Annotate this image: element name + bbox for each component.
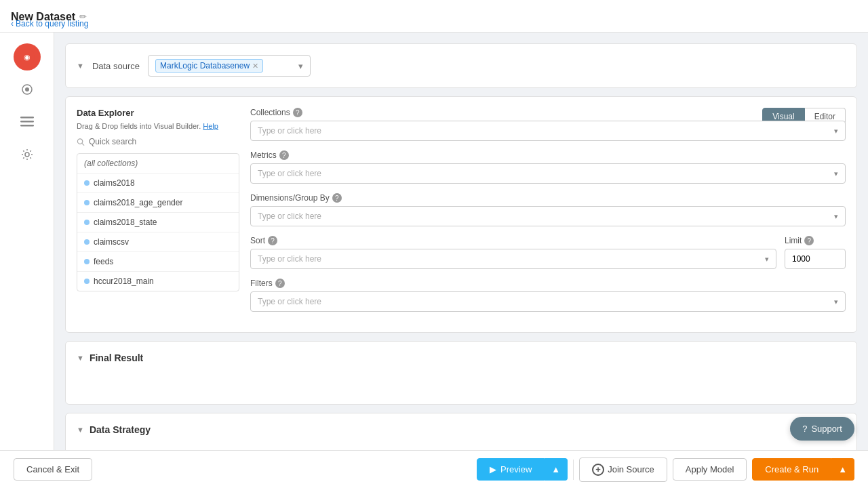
data-strategy-title: Data Strategy [90,424,151,435]
datasource-tag: MarkLogic Databasenew ✕ [155,59,263,73]
sidebar-database-icon[interactable]: ◉ [14,43,41,70]
apply-model-button[interactable]: Apply Model [673,458,747,481]
final-result-toggle[interactable]: ▼ [77,354,84,362]
dimensions-help-icon[interactable]: ? [332,193,342,203]
join-plus-icon: + [592,464,604,476]
filters-help-icon[interactable]: ? [275,279,285,288]
explorer-card: Visual Editor Data Explorer Drag & Drop … [65,96,857,333]
back-arrow-icon: ‹ [11,19,14,28]
collection-dot [84,200,90,205]
list-item[interactable]: claims2018_state [77,213,239,232]
collections-dropdown-arrow: ▾ [834,127,838,136]
collection-label: hccur2018_main [94,277,154,286]
limit-group: Limit ? [785,236,846,269]
quick-search-input[interactable] [89,137,239,146]
list-item[interactable]: feeds [77,252,239,272]
explorer-sidebar: Data Explorer Drag & Drop fields into Vi… [77,108,239,321]
metrics-label: Metrics ? [250,150,846,160]
limit-input[interactable] [785,249,846,269]
svg-rect-5 [20,121,34,123]
datasource-label: Data source [92,61,140,71]
dimensions-group: Dimensions/Group By ? Type or click here… [250,193,846,226]
final-result-content [77,373,846,393]
collection-dot [84,180,90,186]
sort-dropdown-arrow: ▾ [765,255,769,264]
collection-dot [84,279,90,284]
svg-point-8 [77,138,82,143]
list-item[interactable]: claims2018_age_gender [77,193,239,213]
form-area: Collections ? Type or click here ▾ Metri… [250,108,846,321]
dimensions-dropdown-arrow: ▾ [834,212,838,221]
collection-dot [84,239,90,245]
dimensions-label: Dimensions/Group By ? [250,193,846,203]
back-link[interactable]: ‹ Back to query listing [11,19,88,28]
play-icon: ▶ [490,464,496,474]
collection-dot [84,220,90,225]
bottom-bar: Cancel & Exit ▶ Preview ▲ + Join Source … [0,450,868,488]
sidebar-fields-icon[interactable] [14,108,41,136]
datasource-tag-close[interactable]: ✕ [252,62,258,70]
collections-help-icon[interactable]: ? [293,108,302,117]
top-bar: New Dataset ✏ ‹ Back to query listing [0,0,868,33]
support-icon: ? [802,424,807,434]
datasource-toggle[interactable]: ▼ [77,62,84,70]
collections-label: Collections ? [250,108,846,117]
datasource-select[interactable]: MarkLogic Databasenew ✕ ▾ [148,55,311,77]
create-run-toggle-button[interactable]: ▲ [831,458,854,481]
preview-button[interactable]: ▶ Preview [477,458,545,481]
preview-toggle-button[interactable]: ▲ [545,458,568,481]
final-result-card: ▼ Final Result [65,341,857,405]
metrics-group: Metrics ? Type or click here ▾ [250,150,846,184]
create-run-button[interactable]: Create & Run [752,458,831,481]
data-strategy-header: ▼ Data Strategy [77,424,846,435]
datasource-dropdown-arrow: ▾ [298,61,303,71]
collection-list: (all collections) claims2018 claims2018_… [77,153,239,291]
svg-rect-4 [20,117,34,119]
datasource-card: ▼ Data source MarkLogic Databasenew ✕ ▾ [65,43,857,88]
sort-select[interactable]: Type or click here ▾ [250,249,776,269]
filters-label: Filters ? [250,279,846,288]
filters-select[interactable]: Type or click here ▾ [250,291,846,312]
collection-label: claims2018_age_gender [94,198,182,207]
svg-rect-6 [20,125,34,127]
content-area: ▼ Data source MarkLogic Databasenew ✕ ▾ … [54,33,868,450]
collection-label: feeds [94,257,113,266]
collection-label: claims2018 [94,178,135,188]
data-strategy-card: ▼ Data Strategy [65,413,857,450]
collection-label: (all collections) [84,159,138,168]
limit-label: Limit ? [785,236,846,245]
svg-point-7 [25,152,29,157]
explorer-title: Data Explorer [77,108,239,118]
limit-help-icon[interactable]: ? [804,236,814,245]
svg-point-3 [25,87,29,92]
sort-group: Sort ? Type or click here ▾ [250,236,776,269]
left-sidebar: ◉ [0,33,54,450]
sort-help-icon[interactable]: ? [268,236,277,245]
separator-1 [573,460,574,480]
search-icon [77,138,85,146]
join-source-button[interactable]: + Join Source [579,458,667,482]
list-item[interactable]: hccur2018_main [77,272,239,291]
collection-dot [84,259,90,264]
support-button[interactable]: ? Support [790,417,854,441]
collections-select[interactable]: Type or click here ▾ [250,121,846,141]
preview-button-group: ▶ Preview ▲ [477,458,568,481]
metrics-help-icon[interactable]: ? [279,150,289,160]
sidebar-settings-icon[interactable] [14,141,41,168]
cancel-exit-button[interactable]: Cancel & Exit [14,458,92,481]
svg-line-9 [82,143,84,145]
dimensions-select[interactable]: Type or click here ▾ [250,206,846,226]
filters-dropdown-arrow: ▾ [834,298,838,306]
list-item[interactable]: claims2018 [77,174,239,193]
sort-label: Sort ? [250,236,776,245]
quick-search-container [77,137,239,146]
filters-group: Filters ? Type or click here ▾ [250,279,846,312]
right-buttons: ▶ Preview ▲ + Join Source Apply Model Cr… [477,458,854,482]
final-result-title: Final Result [90,352,143,363]
metrics-select[interactable]: Type or click here ▾ [250,163,846,184]
list-item[interactable]: claimscsv [77,232,239,252]
list-item[interactable]: (all collections) [77,154,239,174]
sidebar-preview-icon[interactable] [14,76,41,103]
data-strategy-toggle[interactable]: ▼ [77,426,84,434]
help-link[interactable]: Help [203,122,218,130]
